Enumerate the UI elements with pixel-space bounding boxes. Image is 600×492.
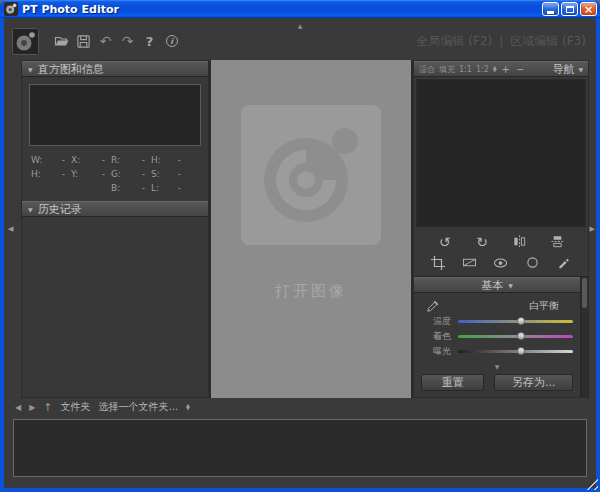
flip-vertical-icon[interactable] [545,232,569,251]
open-image-label[interactable]: 打开图像 [211,282,411,301]
info-label: X: [71,155,87,165]
history-header-label: 历史记录 [38,202,82,217]
info-value: - [167,155,187,165]
info-label [31,183,47,193]
info-value: - [87,155,111,165]
redo-icon[interactable]: ↷ [117,31,138,51]
left-panel: ▼ 直方图和信息 W:- X:- R:- H:- H:- Y:- G:- S:-… [21,60,209,398]
tint-slider-row: 着色 [421,329,573,344]
zoom-in-button[interactable]: + [501,64,511,75]
histogram-display [29,84,201,146]
zoom-1-2-button[interactable]: 1:2 [476,65,489,74]
rotate-left-icon[interactable]: ↺ [433,232,457,251]
tab-global-edit[interactable]: 全局编辑 (F2) [417,33,493,50]
history-list [22,217,208,397]
history-section-header[interactable]: ▼ 历史记录 [22,201,208,217]
zoom-1-1-button[interactable]: 1:1 [459,65,472,74]
app-logo-icon [4,2,18,16]
info-label: R: [111,155,127,165]
info-value: - [127,183,151,193]
image-info-grid: W:- X:- R:- H:- H:- Y:- G:- S:- B:- L:- [22,153,208,197]
rotate-right-icon[interactable]: ↻ [470,232,494,251]
exposure-slider-thumb[interactable] [517,347,525,355]
quick-tools: ↺ ↻ [414,229,588,277]
tint-slider[interactable] [458,335,573,338]
basic-scrollbar[interactable] [580,277,588,397]
forward-icon[interactable]: ▶ [29,403,35,412]
temperature-label: 温度 [421,315,451,328]
folder-up-icon[interactable]: ↑ [43,401,52,414]
tint-slider-thumb[interactable] [517,332,525,340]
exposure-label: 曝光 [421,345,451,358]
temperature-slider[interactable] [458,320,573,323]
close-button[interactable]: × [580,2,597,16]
info-label: H: [151,155,167,165]
spot-removal-icon[interactable] [520,253,544,272]
maximize-button[interactable] [561,2,578,16]
spinner-down-icon: ▼ [493,69,497,72]
back-icon[interactable]: ◀ [15,403,21,412]
info-value: - [47,169,71,179]
temperature-slider-thumb[interactable] [517,317,525,325]
eyedropper-icon[interactable] [421,296,445,315]
temperature-slider-row: 温度 [421,314,573,329]
open-folder-icon[interactable] [51,31,72,51]
open-image-placeholder[interactable] [241,105,381,245]
basic-section: 基本 ▼ 白平衡 温度 [414,277,588,397]
histogram-header-label: 直方图和信息 [38,62,104,77]
reset-button[interactable]: 重置 [421,374,484,391]
titlebar: PT Photo Editor × [0,0,600,18]
collapse-right-arrow-icon[interactable]: ▶ [590,225,595,233]
collapse-top-arrow-icon[interactable]: ▲ [298,22,303,29]
right-panel: 适合 填充 1:1 1:2 ▲ ▼ + − 导航 ▼ [413,60,589,398]
crop-icon[interactable] [426,253,450,272]
histogram-section-header[interactable]: ▼ 直方图和信息 [22,61,208,77]
tint-label: 着色 [421,330,451,343]
flip-horizontal-icon[interactable] [508,232,532,251]
info-value: - [47,155,71,165]
folder-spinner[interactable]: ▲ ▼ [186,404,190,410]
straighten-icon[interactable] [458,253,482,272]
zoom-out-button[interactable]: − [515,64,525,75]
info-value: - [127,155,151,165]
scroll-more-icon[interactable]: ▼ [421,363,573,370]
adjust-brush-icon[interactable] [552,253,576,272]
help-icon[interactable]: ? [139,31,160,51]
minimize-button[interactable] [542,2,559,16]
save-as-button[interactable]: 另存为... [494,374,573,391]
right-gutter: ▶ [589,60,596,398]
app-thumbnail [12,28,39,55]
chevron-down-icon: ▼ [508,282,513,289]
folder-label: 文件夹 [61,400,91,414]
collapse-left-arrow-icon[interactable]: ◀ [8,225,13,233]
basic-section-header[interactable]: 基本 ▼ [414,277,580,293]
info-value: - [87,169,111,179]
basic-header-label: 基本 [481,278,503,293]
chevron-down-icon: ▼ [578,66,583,73]
client-area: ↶ ↷ ? i 全局编辑 (F2) | 区域编辑 (F3) ▲ ◀ ▼ 直方图和… [4,18,596,488]
info-value: - [167,169,187,179]
save-icon[interactable] [73,31,94,51]
red-eye-icon[interactable] [489,253,513,272]
undo-icon[interactable]: ↶ [95,31,116,51]
tool-row-rotate: ↺ ↻ [419,231,583,252]
select-folder-dropdown[interactable]: 选择一个文件夹... [99,400,179,414]
info-label: H: [31,169,47,179]
info-label: S: [151,169,167,179]
info-label: B: [111,183,127,193]
tab-local-edit[interactable]: 区域编辑 (F3) [510,33,586,50]
close-icon: × [584,4,593,15]
info-icon[interactable]: i [161,31,182,51]
zoom-ratio-spinner[interactable]: ▲ ▼ [493,66,497,72]
navigation-title[interactable]: 导航 ▼ [552,62,583,77]
zoom-fit-button[interactable]: 适合 [419,64,435,75]
window-controls: × [542,2,597,16]
zoom-fill-button[interactable]: 填充 [439,64,455,75]
info-label [71,183,87,193]
app-window: PT Photo Editor × ↶ ↷ ? i 全局编辑 (F2 [0,0,600,492]
filmstrip [13,419,587,477]
exposure-slider[interactable] [458,350,573,353]
select-folder-label: 选择一个文件夹... [99,400,179,414]
exposure-slider-row: 曝光 [421,344,573,359]
scrollbar-thumb[interactable] [582,278,587,308]
